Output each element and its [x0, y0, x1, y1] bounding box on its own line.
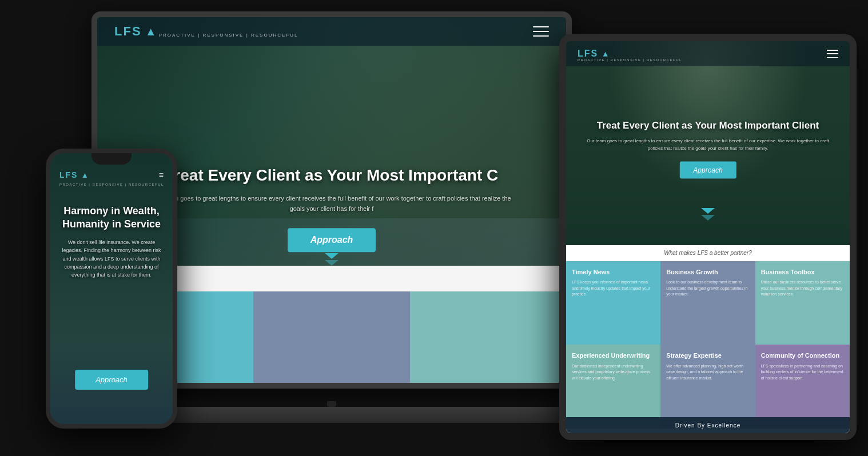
tablet-grid-title-2: Business Growth: [666, 268, 718, 276]
tablet-chevron-2: [701, 215, 715, 221]
tablet-grid-title-3: Business Toolbox: [761, 268, 815, 276]
tablet-grid-text-5: We offer advanced planning, high net wor…: [666, 363, 749, 382]
phone-logo-icon: [82, 173, 87, 178]
phone-screen: LFS ≡ PROACTIVE | RESPONSIVE | RESOURCEF…: [50, 153, 173, 424]
tablet-double-chevron-icon: [701, 208, 715, 221]
phone-tagline: PROACTIVE | RESPONSIVE | RESOURCEFUL: [59, 183, 164, 186]
tablet-grid-text-4: Our dedicated independent underwriting s…: [572, 363, 655, 382]
tablet-grid-text-2: Look to our business development team to…: [666, 279, 749, 298]
tablet-navbar: LFS: [566, 41, 850, 66]
phone-headline: Harmony in Wealth, Humanity in Service: [59, 205, 164, 231]
phone-device: LFS ≡ PROACTIVE | RESPONSIVE | RESOURCEF…: [46, 149, 177, 429]
tablet-hero-text: Treat Every Client as Your Most Importan…: [580, 119, 835, 179]
phone-body-text: We don't sell life insurance. We create …: [59, 238, 164, 279]
scene: LFS PROACTIVE | RESPONSIVE | RESOURCEFUL: [0, 0, 868, 456]
tablet-features-grid: Timely News LFS keeps you informed of im…: [566, 261, 850, 429]
tablet-partner-title: What makes LFS a better partner?: [571, 250, 845, 256]
phone-menu-icon[interactable]: ≡: [159, 170, 164, 179]
laptop-logo-text: LFS: [114, 24, 142, 38]
tablet-grid-text-6: LFS specializes in partnering and coachi…: [761, 363, 844, 382]
tablet-cta-button[interactable]: Approach: [679, 162, 736, 179]
laptop-hinge-notch: [327, 401, 336, 407]
laptop-hamburger-icon[interactable]: [533, 26, 549, 37]
tablet-grid-item-5: Strategy Expertise We offer advanced pla…: [660, 345, 755, 429]
tablet-grid-item-6: Community of Connection LFS specializes …: [755, 345, 850, 429]
laptop-headline: Treat Every Client as Your Most Importan…: [144, 165, 519, 186]
tablet-grid-title-1: Timely News: [572, 268, 610, 276]
tablet-headline: Treat Every Client as Your Most Importan…: [580, 119, 835, 132]
tablet-grid-item-2: Business Growth Look to our business dev…: [660, 261, 755, 345]
tablet-logo: LFS: [578, 49, 608, 59]
laptop-navbar: LFS PROACTIVE | RESPONSIVE | RESOURCEFUL: [97, 17, 566, 46]
phone-hero-section: Harmony in Wealth, Humanity in Service W…: [59, 205, 164, 279]
tablet-grid-text-1: LFS keeps you informed of important news…: [572, 279, 655, 298]
double-chevron-icon: [325, 253, 339, 266]
laptop-cta-button[interactable]: Approach: [288, 228, 376, 252]
phone-body: LFS ≡ PROACTIVE | RESPONSIVE | RESOURCEF…: [46, 149, 177, 429]
tablet-footer: Driven By Excellence: [566, 417, 850, 433]
laptop-scroll-arrow: [325, 253, 339, 266]
tablet-hero-section: LFS PROACTIVE | RESPONSIVE | RESOURCEFUL…: [566, 41, 850, 245]
tablet-subtitle: Our team goes to great lengths to ensure…: [580, 138, 835, 153]
laptop-logo: LFS: [114, 24, 154, 39]
tablet-device: LFS PROACTIVE | RESPONSIVE | RESOURCEFUL…: [559, 34, 857, 440]
laptop-subtitle: Our team goes to great lengths to ensure…: [144, 194, 519, 214]
tablet-grid-item-1: Timely News LFS keeps you informed of im…: [566, 261, 660, 345]
tablet-menu-button[interactable]: [827, 50, 838, 58]
laptop-card-2: [253, 291, 409, 383]
tablet-grid-item-3: Business Toolbox Utilize our business re…: [755, 261, 850, 345]
phone-notch: [91, 153, 132, 165]
tablet-grid-title-5: Strategy Expertise: [666, 351, 722, 359]
chevron-1: [325, 253, 339, 259]
phone-logo: LFS: [59, 170, 87, 179]
tablet-body: LFS PROACTIVE | RESPONSIVE | RESOURCEFUL…: [559, 34, 857, 440]
laptop-logo-icon: [148, 29, 154, 35]
phone-navbar: LFS ≡: [50, 165, 173, 185]
laptop-hero-section: Treat Every Client as Your Most Importan…: [144, 165, 519, 252]
tablet-grid-item-4: Experienced Underwriting Our dedicated i…: [566, 345, 660, 429]
laptop-card-3: [410, 291, 566, 383]
chevron-2: [325, 260, 339, 266]
tablet-lower-section: What makes LFS a better partner? Timely …: [566, 245, 850, 433]
phone-cta-button[interactable]: Approach: [75, 370, 148, 390]
tablet-screen: LFS PROACTIVE | RESPONSIVE | RESOURCEFUL…: [566, 41, 850, 433]
tablet-tagline: PROACTIVE | RESPONSIVE | RESOURCEFUL: [578, 58, 682, 62]
tablet-grid-text-3: Utilize our business resources to better…: [761, 279, 844, 298]
laptop-tagline: PROACTIVE | RESPONSIVE | RESOURCEFUL: [159, 33, 298, 38]
tablet-grid-title-4: Experienced Underwriting: [572, 351, 650, 359]
tablet-chevron-1: [701, 208, 715, 214]
tablet-grid-title-6: Community of Connection: [761, 351, 840, 359]
tablet-logo-icon: [603, 52, 608, 57]
tablet-partner-header: What makes LFS a better partner?: [566, 245, 850, 261]
tablet-scroll-arrow: [701, 208, 715, 221]
tablet-footer-text: Driven By Excellence: [675, 422, 740, 429]
